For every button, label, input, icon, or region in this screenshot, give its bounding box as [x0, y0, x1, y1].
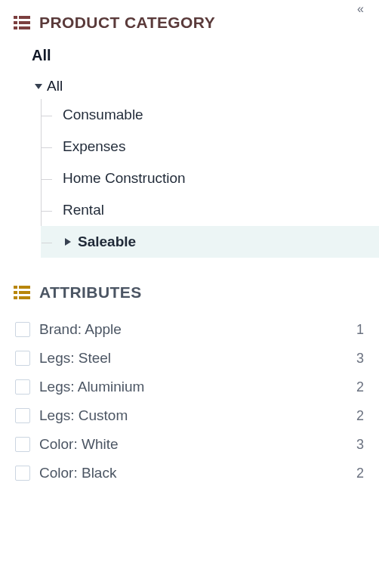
tree-item-consumable[interactable]: Consumable — [42, 99, 370, 131]
svg-marker-7 — [65, 238, 71, 246]
svg-rect-5 — [19, 26, 30, 29]
svg-rect-11 — [19, 291, 30, 294]
tree-item-label: Consumable — [63, 107, 143, 122]
checkbox[interactable] — [15, 466, 30, 481]
svg-rect-9 — [19, 286, 30, 289]
list-icon — [14, 16, 30, 29]
tree-item-label: Saleable — [78, 234, 136, 250]
checkbox[interactable] — [15, 322, 30, 337]
category-tree: All All Consumable Expenses Home Constru… — [0, 42, 379, 258]
svg-rect-4 — [14, 26, 17, 29]
attributes-section-header: ATTRIBUTES — [0, 283, 379, 312]
attribute-count: 2 — [356, 466, 364, 481]
category-section-header: PRODUCT CATEGORY — [0, 14, 379, 42]
attribute-label: Brand: Apple — [39, 321, 356, 338]
checkbox[interactable] — [15, 437, 30, 452]
svg-rect-3 — [19, 21, 30, 24]
caret-down-icon — [32, 82, 45, 91]
svg-rect-13 — [19, 296, 30, 299]
attribute-label: Legs: Aluminium — [39, 379, 356, 395]
attribute-row[interactable]: Legs: Aluminium 2 — [15, 373, 364, 401]
svg-rect-12 — [14, 296, 17, 299]
tree-item-saleable[interactable]: Saleable — [41, 226, 379, 258]
attributes-list: Brand: Apple 1 Legs: Steel 3 Legs: Alumi… — [0, 312, 379, 487]
tree-root-all[interactable]: All — [14, 42, 370, 73]
attribute-row[interactable]: Legs: Steel 3 — [15, 344, 364, 373]
list-icon — [14, 286, 30, 299]
attribute-label: Color: Black — [39, 465, 356, 481]
svg-rect-10 — [14, 291, 17, 294]
attribute-label: Legs: Steel — [39, 350, 356, 367]
tree-item-label: Home Construction — [63, 170, 186, 186]
attributes-title: ATTRIBUTES — [39, 283, 142, 302]
svg-rect-0 — [14, 16, 17, 19]
tree-node-label: All — [45, 78, 63, 94]
svg-rect-1 — [19, 16, 30, 19]
attribute-label: Color: White — [39, 436, 356, 453]
tree-item-label: Rental — [63, 202, 104, 218]
checkbox[interactable] — [15, 351, 30, 366]
tree-children: Consumable Expenses Home Construction Re… — [41, 99, 370, 258]
tree-node-all[interactable]: All — [14, 73, 370, 99]
sidebar-panel: « PRODUCT CATEGORY All All Consumable Ex… — [0, 0, 379, 487]
caret-right-icon — [63, 237, 73, 246]
collapse-sidebar-button[interactable]: « — [357, 3, 364, 15]
attribute-row[interactable]: Color: Black 2 — [15, 459, 364, 487]
attribute-count: 2 — [356, 408, 364, 424]
svg-rect-8 — [14, 286, 17, 289]
checkbox[interactable] — [15, 408, 30, 423]
category-title: PRODUCT CATEGORY — [39, 14, 215, 32]
attribute-count: 2 — [356, 379, 364, 395]
tree-item-home-construction[interactable]: Home Construction — [42, 162, 370, 194]
chevron-double-left-icon: « — [357, 2, 364, 15]
attribute-count: 3 — [356, 437, 364, 453]
tree-item-label: Expenses — [63, 138, 125, 154]
attribute-row[interactable]: Brand: Apple 1 — [15, 315, 364, 344]
svg-rect-2 — [14, 21, 17, 24]
attribute-row[interactable]: Color: White 3 — [15, 430, 364, 459]
tree-item-expenses[interactable]: Expenses — [42, 131, 370, 162]
attribute-label: Legs: Custom — [39, 407, 356, 424]
attribute-row[interactable]: Legs: Custom 2 — [15, 401, 364, 430]
checkbox[interactable] — [15, 379, 30, 395]
attribute-count: 1 — [356, 322, 364, 338]
attribute-count: 3 — [356, 351, 364, 367]
svg-marker-6 — [35, 84, 42, 89]
tree-item-rental[interactable]: Rental — [42, 194, 370, 226]
